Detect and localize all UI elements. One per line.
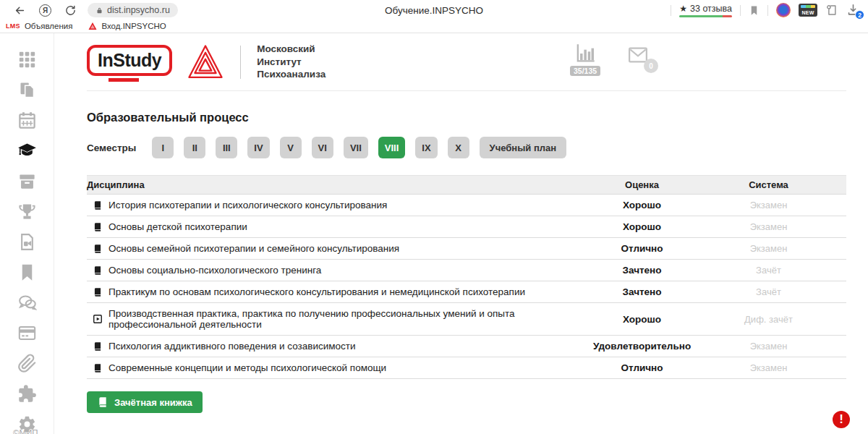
paperclip-icon xyxy=(17,354,37,373)
bookmark-login-inpsycho[interactable]: Вход.INPSYCHO xyxy=(88,22,166,30)
site-reviews[interactable]: ★ 33 отзыва xyxy=(679,4,732,17)
grade-value: Хорошо xyxy=(593,200,691,210)
archive-box-icon xyxy=(17,171,37,191)
sidebar-item-trophy[interactable] xyxy=(17,202,37,221)
instudy-logo-text: InStudy xyxy=(87,45,172,76)
bookmark-announcements[interactable]: LMS Объявления xyxy=(6,22,72,30)
tab-semester-V[interactable]: V xyxy=(280,137,302,158)
table-row[interactable]: Практикум по основам психологического ко… xyxy=(87,281,846,303)
sidebar-item-video-file[interactable] xyxy=(17,232,37,252)
tab-semester-VIII[interactable]: VIII xyxy=(378,137,406,158)
grade-value: Удовлетворительно xyxy=(593,341,691,352)
tab-semester-I[interactable]: I xyxy=(152,137,174,158)
table-row[interactable]: Психология аддиктивного поведения и соза… xyxy=(87,336,846,357)
book-icon xyxy=(93,287,103,297)
book-icon xyxy=(93,341,103,352)
book-icon xyxy=(93,363,103,373)
bar-chart-icon xyxy=(573,42,597,65)
instudy-logo[interactable]: InStudy xyxy=(87,45,172,76)
bookmark-label: Вход.INPSYCHO xyxy=(101,22,166,30)
tab-semester-II[interactable]: II xyxy=(184,137,205,158)
gradebook-button-label: Зачётная книжка xyxy=(114,397,192,408)
tab-semester-X[interactable]: X xyxy=(448,137,469,158)
back-icon[interactable] xyxy=(14,4,26,17)
table-row[interactable]: История психотерапии и психологического … xyxy=(87,195,846,216)
new-feature-icon[interactable]: NEW xyxy=(799,4,817,17)
sidebar-item-chat[interactable] xyxy=(17,293,37,312)
reviews-count: 33 отзыва xyxy=(690,4,732,14)
alert-notification-icon[interactable]: ! xyxy=(833,411,850,428)
star-icon: ★ xyxy=(679,4,687,14)
sidebar-item-documents[interactable] xyxy=(17,80,37,100)
system-value: Экзамен xyxy=(691,341,846,352)
book-icon xyxy=(93,244,103,254)
discipline-name: Современные концепции и методы психологи… xyxy=(109,362,386,373)
progress-stats-button[interactable]: 35/135 xyxy=(570,42,600,76)
documents-icon xyxy=(17,80,37,100)
sidebar-item-apps-grid[interactable] xyxy=(17,50,37,69)
sidebar-item-calendar[interactable] xyxy=(17,111,37,130)
system-value: Зачёт xyxy=(691,265,846,276)
yandex-icon[interactable]: Я xyxy=(39,4,51,17)
semesters-row: Семестры IIIIIIIVVVIVIIVIIIIXXУчебный пл… xyxy=(87,137,846,158)
tab-semester-IV[interactable]: IV xyxy=(247,137,269,158)
sidebar-item-bookmark[interactable] xyxy=(17,263,37,282)
tab-semester-VI[interactable]: VI xyxy=(312,137,333,158)
divider xyxy=(671,5,671,16)
downloads-count-badge: 2 xyxy=(855,10,864,20)
refresh-icon[interactable] xyxy=(64,4,77,17)
tab-semester-III[interactable]: III xyxy=(216,137,237,158)
sidebar-item-credit-card[interactable] xyxy=(17,323,37,343)
instudy-logo-stand xyxy=(109,78,139,82)
bookmarks-bar: LMS Объявления Вход.INPSYCHO xyxy=(0,20,868,33)
lms-favicon: LMS xyxy=(6,22,20,30)
address-bar[interactable]: dist.inpsycho.ru xyxy=(88,3,178,17)
sidebar-item-puzzle[interactable] xyxy=(17,384,37,404)
table-row[interactable]: Производственная практика, практика по п… xyxy=(87,303,846,336)
semesters-label: Семестры xyxy=(87,142,136,153)
extensions-icon[interactable] xyxy=(825,4,838,17)
grade-value: Хорошо xyxy=(593,221,691,232)
mail-count-badge: 0 xyxy=(644,59,658,73)
tab-semester-VII[interactable]: VII xyxy=(344,137,368,158)
table-row[interactable]: Основы социально-психологического тренин… xyxy=(87,260,846,281)
discipline-name: История психотерапии и психологического … xyxy=(109,200,387,210)
bookmark-flag-icon[interactable] xyxy=(749,5,760,16)
triangle-favicon xyxy=(88,22,97,30)
table-row[interactable]: Основы семейной психотерапии и семейного… xyxy=(87,238,846,260)
video-file-icon xyxy=(17,232,37,252)
system-value: Экзамен xyxy=(691,221,846,232)
bookmark-icon xyxy=(17,263,37,282)
grades-table: ДисциплинаОценкаСистемаИстория психотера… xyxy=(87,175,846,379)
copyright-label: ©МИП xyxy=(13,428,38,434)
table-row[interactable]: Современные концепции и методы психологи… xyxy=(87,357,846,379)
browser-profile-icon[interactable] xyxy=(776,3,791,17)
lock-icon xyxy=(95,7,103,14)
sidebar-item-archive-box[interactable] xyxy=(17,171,37,191)
system-value: Экзамен xyxy=(691,362,846,373)
table-row[interactable]: Основы детской психотерапииХорошоЭкзамен xyxy=(87,216,846,238)
grade-value: Зачтено xyxy=(593,265,691,276)
site-header: InStudy Московский Институт Психоанализа xyxy=(87,33,846,91)
sidebar-item-graduation-cap[interactable] xyxy=(17,141,37,161)
sidebar-item-paperclip[interactable] xyxy=(17,354,37,373)
mail-button[interactable]: 0 xyxy=(625,44,651,69)
book-icon xyxy=(93,265,103,276)
apps-grid-icon xyxy=(17,50,37,69)
book-icon xyxy=(93,200,103,210)
downloads-button[interactable]: 2 xyxy=(846,3,861,17)
divider xyxy=(767,5,768,16)
trophy-icon xyxy=(17,202,37,221)
calendar-icon xyxy=(17,111,37,130)
system-value: Зачёт xyxy=(691,286,846,297)
rating-bar xyxy=(679,15,732,17)
discipline-name: Основы социально-психологического тренин… xyxy=(109,265,321,276)
chat-icon xyxy=(17,293,37,312)
play-video-icon xyxy=(93,314,103,324)
discipline-name: Производственная практика, практика по п… xyxy=(109,308,586,330)
gradebook-button[interactable]: Зачётная книжка xyxy=(87,391,203,413)
new-badge-strip xyxy=(801,5,815,8)
url-text: dist.inpsycho.ru xyxy=(107,5,170,15)
tab-curriculum[interactable]: Учебный план xyxy=(480,137,566,158)
tab-semester-IX[interactable]: IX xyxy=(415,137,437,158)
